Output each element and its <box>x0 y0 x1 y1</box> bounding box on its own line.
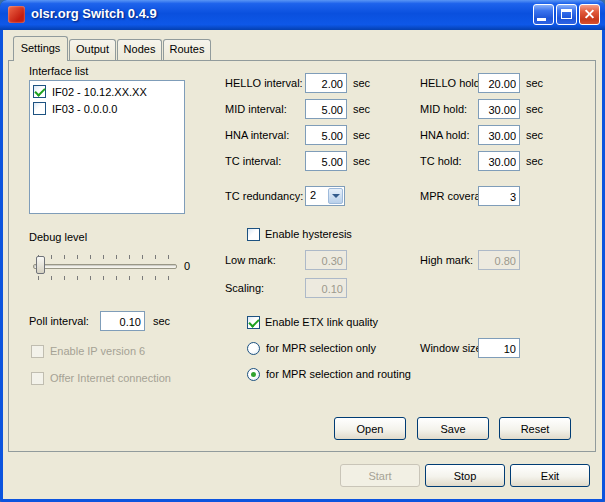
poll-interval-input[interactable] <box>100 311 145 331</box>
tc-hold-input[interactable] <box>478 151 520 171</box>
tc-hold-unit: sec <box>526 151 543 171</box>
check-icon <box>34 85 45 96</box>
interface-list-label: Interface list <box>29 64 88 78</box>
mid-hold-input[interactable] <box>478 99 520 119</box>
minimize-icon <box>537 18 546 21</box>
ipv6-label: Enable IP version 6 <box>50 341 145 361</box>
debug-level-value: 0 <box>184 259 190 273</box>
mid-interval-input[interactable] <box>305 99 347 119</box>
dialog-body: Settings Output Nodes Routes Interface l… <box>3 30 602 499</box>
internet-label: Offer Internet connection <box>50 368 171 388</box>
debug-level-slider-thumb[interactable] <box>36 256 45 274</box>
hysteresis-checkbox[interactable] <box>247 228 260 241</box>
exit-button[interactable]: Exit <box>510 464 590 487</box>
mpr-only-label: for MPR selection only <box>266 338 376 358</box>
hna-interval-label: HNA interval: <box>225 125 289 145</box>
etx-label: Enable ETX link quality <box>265 312 378 332</box>
tc-redundancy-value: 2 <box>310 189 316 201</box>
mid-interval-unit: sec <box>353 99 370 119</box>
slider-ticks-top <box>38 255 169 259</box>
internet-checkbox <box>31 372 44 385</box>
hna-hold-label: HNA hold: <box>420 125 470 145</box>
mid-hold-label: MID hold: <box>420 99 467 119</box>
radio-dot-icon <box>251 372 256 377</box>
open-button[interactable]: Open <box>334 417 406 440</box>
maximize-icon <box>561 9 572 19</box>
stop-button[interactable]: Stop <box>425 464 505 487</box>
hello-hold-unit: sec <box>526 73 543 93</box>
minimize-button[interactable] <box>533 4 554 25</box>
reset-button[interactable]: Reset <box>499 417 571 440</box>
etx-checkbox[interactable] <box>247 316 260 329</box>
debug-level-slider-track[interactable] <box>33 264 177 269</box>
tc-interval-unit: sec <box>353 151 370 171</box>
poll-interval-label: Poll interval: <box>29 311 89 331</box>
hysteresis-label: Enable hysteresis <box>265 224 352 244</box>
mpr-coverage-input[interactable] <box>478 186 520 206</box>
interface-item-label: IF02 - 10.12.XX.XX <box>52 86 147 98</box>
check-icon <box>248 316 259 327</box>
tab-routes[interactable]: Routes <box>163 39 211 60</box>
window-title: olsr.org Switch 0.4.9 <box>31 6 157 21</box>
start-button: Start <box>340 464 420 487</box>
low-mark-label: Low mark: <box>225 250 276 270</box>
combo-dropdown-button[interactable] <box>328 188 343 204</box>
app-window: olsr.org Switch 0.4.9 Settings Output No… <box>0 0 605 502</box>
close-button[interactable] <box>579 4 600 25</box>
hello-hold-label: HELLO hold: <box>420 73 483 93</box>
tc-redundancy-label: TC redundancy: <box>225 186 303 206</box>
scaling-label: Scaling: <box>225 278 264 298</box>
interface-item-label: IF03 - 0.0.0.0 <box>52 103 117 115</box>
mpr-routing-radio[interactable] <box>247 368 260 381</box>
hello-hold-input[interactable] <box>478 73 520 93</box>
interface-checkbox[interactable] <box>33 102 46 115</box>
mpr-routing-label: for MPR selection and routing <box>266 364 411 384</box>
tc-interval-input[interactable] <box>305 151 347 171</box>
hna-interval-unit: sec <box>353 125 370 145</box>
titlebar[interactable]: olsr.org Switch 0.4.9 <box>0 0 605 30</box>
window-size-label: Window size: <box>420 338 485 358</box>
high-mark-label: High mark: <box>420 250 473 270</box>
tc-interval-label: TC interval: <box>225 151 281 171</box>
window-size-input[interactable] <box>478 338 520 358</box>
tab-settings[interactable]: Settings <box>13 36 68 61</box>
interface-checkbox[interactable] <box>33 85 46 98</box>
hello-interval-label: HELLO interval: <box>225 73 303 93</box>
high-mark-input <box>478 250 520 270</box>
tc-redundancy-select[interactable]: 2 <box>305 186 345 206</box>
tab-nodes[interactable]: Nodes <box>117 39 162 60</box>
debug-level-label: Debug level <box>29 230 87 244</box>
interface-list-item[interactable]: IF03 - 0.0.0.0 <box>30 100 184 117</box>
ipv6-checkbox <box>31 345 44 358</box>
poll-interval-unit: sec <box>153 311 170 331</box>
hello-interval-unit: sec <box>353 73 370 93</box>
hna-hold-unit: sec <box>526 125 543 145</box>
hna-interval-input[interactable] <box>305 125 347 145</box>
slider-ticks-bottom <box>38 276 169 280</box>
tab-output[interactable]: Output <box>69 39 116 60</box>
save-button[interactable]: Save <box>417 417 489 440</box>
interface-listbox[interactable]: IF02 - 10.12.XX.XX IF03 - 0.0.0.0 <box>29 80 185 214</box>
tc-hold-label: TC hold: <box>420 151 462 171</box>
hna-hold-input[interactable] <box>478 125 520 145</box>
mpr-only-radio[interactable] <box>247 342 260 355</box>
maximize-button[interactable] <box>556 4 577 25</box>
titlebar-buttons <box>533 4 600 25</box>
mid-hold-unit: sec <box>526 99 543 119</box>
hello-interval-input[interactable] <box>305 73 347 93</box>
app-icon <box>8 6 25 23</box>
mid-interval-label: MID interval: <box>225 99 287 119</box>
scaling-input <box>305 278 347 298</box>
interface-list-item[interactable]: IF02 - 10.12.XX.XX <box>30 83 184 100</box>
low-mark-input <box>305 250 347 270</box>
chevron-down-icon <box>332 194 340 198</box>
